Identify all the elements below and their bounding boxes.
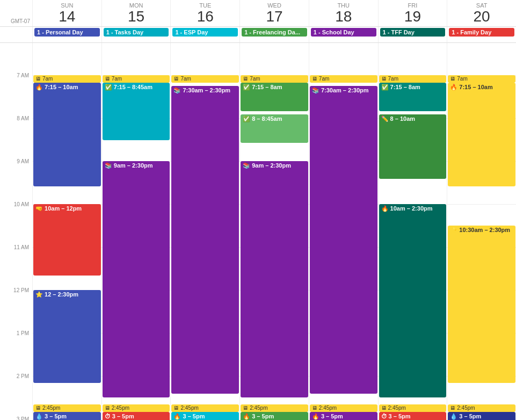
thu-7am-bar[interactable]: 🖥7am	[310, 75, 377, 83]
wed-245pm-bar[interactable]: 🖥2:45pm	[241, 404, 308, 412]
sun-7am-bar[interactable]: 🖥7am	[33, 75, 101, 83]
sun-245pm-bar[interactable]: 🖥2:45pm	[33, 404, 101, 412]
mon-7am-bar[interactable]: 🖥7am	[103, 75, 170, 83]
all-day-wed[interactable]: 1 - Freelancing Da...	[239, 27, 309, 42]
sun-event-10am-12pm[interactable]: 🤜 10am – 12pm	[33, 204, 101, 276]
day-header-fri: FRI 19	[378, 0, 447, 26]
sat-7am-bar[interactable]: 🖥7am	[448, 75, 515, 83]
all-day-sat[interactable]: 1 - Family Day	[447, 27, 516, 42]
thu-event-3-5pm[interactable]: 🔥 3 – 5pm	[310, 412, 377, 420]
all-day-fri[interactable]: 1 - TFF Day	[378, 27, 447, 42]
all-day-mon[interactable]: 1 - Tasks Day	[101, 27, 171, 42]
day-col-tue: 🖥7am 📚 7:30am – 2:30pm 🖥2:45pm 🔥 3 – 5pm…	[170, 43, 239, 420]
thu-245pm-bar[interactable]: 🖥2:45pm	[310, 404, 377, 412]
tue-event-3-5pm[interactable]: 🔥 3 – 5pm	[171, 412, 239, 420]
day-col-sun: 🖥7am 🔥 7:15 – 10am 🤜 10am – 12pm ⭐ 12 – …	[32, 43, 101, 420]
mon-event-9am-230pm[interactable]: 📚 9am – 2:30pm	[103, 161, 170, 397]
sat-event-1030am-230pm[interactable]: ⭐ 10:30am – 2:30pm	[448, 226, 515, 383]
all-day-tue[interactable]: 1 - ESP Day	[170, 27, 239, 42]
all-day-event-school-day[interactable]: 1 - School Day	[311, 28, 376, 37]
all-day-event-esp-day[interactable]: 1 - ESP Day	[172, 28, 238, 37]
all-day-thu[interactable]: 1 - School Day	[309, 27, 378, 42]
day-header-sat: SAT 20	[447, 0, 516, 26]
sun-event-3-5pm[interactable]: 💧 3 – 5pm	[33, 412, 101, 420]
days-grid: 🖥7am 🔥 7:15 – 10am 🤜 10am – 12pm ⭐ 12 – …	[32, 43, 516, 420]
calendar: GMT-07 SUN 14 MON 15 TUE 16 WED 17 THU 1…	[0, 0, 516, 420]
sat-245pm-bar[interactable]: 🖥2:45pm	[448, 404, 515, 412]
wed-event-8-845am[interactable]: ✅ 8 – 8:45am	[241, 114, 308, 143]
timezone-label: GMT-07	[0, 0, 32, 26]
fri-event-8-10am[interactable]: ✏️ 8 – 10am	[379, 114, 447, 179]
sat-event-715-10am[interactable]: 🔥 7:15 – 10am	[448, 83, 515, 186]
mon-event-715-845am[interactable]: ✅ 7:15 – 8:45am	[103, 83, 170, 140]
day-headers: GMT-07 SUN 14 MON 15 TUE 16 WED 17 THU 1…	[0, 0, 516, 27]
wed-7am-bar[interactable]: 🖥7am	[241, 75, 308, 83]
fri-event-715-8am[interactable]: ✅ 7:15 – 8am	[379, 83, 447, 111]
wed-event-715-8am[interactable]: ✅ 7:15 – 8am	[241, 83, 308, 111]
sat-event-3-5pm[interactable]: 💧 3 – 5pm	[448, 412, 515, 420]
fri-245pm-bar[interactable]: 🖥2:45pm	[379, 404, 447, 412]
day-header-tue: TUE 16	[170, 0, 239, 26]
day-header-sun: SUN 14	[32, 0, 101, 26]
fri-event-3-5pm[interactable]: ⏱ 3 – 5pm	[379, 412, 447, 420]
all-day-event-freelancing[interactable]: 1 - Freelancing Da...	[242, 28, 307, 37]
day-col-mon: 🖥7am ✅ 7:15 – 8:45am 📚 9am – 2:30pm 🖥2:4…	[101, 43, 171, 420]
sun-event-715-10am[interactable]: 🔥 7:15 – 10am	[33, 83, 101, 186]
fri-7am-bar[interactable]: 🖥7am	[379, 75, 447, 83]
day-header-wed: WED 17	[239, 0, 309, 26]
all-day-event-tasks-day[interactable]: 1 - Tasks Day	[104, 28, 169, 37]
tue-7am-bar[interactable]: 🖥7am	[171, 75, 239, 83]
time-column: 7 AM 8 AM 9 AM 10 AM 11 AM 12 PM 1 PM 2 …	[0, 43, 32, 420]
all-day-event-family-day[interactable]: 1 - Family Day	[449, 28, 514, 37]
day-col-wed: 🖥7am ✅ 7:15 – 8am ✅ 8 – 8:45am 📚 9am – 2…	[239, 43, 309, 420]
calendar-body: 7 AM 8 AM 9 AM 10 AM 11 AM 12 PM 1 PM 2 …	[0, 43, 516, 420]
sun-event-12-230pm[interactable]: ⭐ 12 – 2:30pm	[33, 290, 101, 383]
thu-event-730am-230pm[interactable]: 📚 7:30am – 2:30pm	[310, 86, 377, 394]
day-col-sat: 🖥7am 🔥 7:15 – 10am ⭐ 10:30am – 2:30pm 🖥2…	[447, 43, 516, 420]
fri-event-10am-230pm[interactable]: 🔥 10am – 2:30pm	[379, 204, 447, 397]
mon-245pm-bar[interactable]: 🖥2:45pm	[103, 404, 170, 412]
wed-event-3-5pm[interactable]: 🔥 3 – 5pm	[241, 412, 308, 420]
day-header-mon: MON 15	[101, 0, 171, 26]
all-day-event-tff-day[interactable]: 1 - TFF Day	[380, 28, 446, 37]
tue-245pm-bar[interactable]: 🖥2:45pm	[171, 404, 239, 412]
wed-event-9am-230pm[interactable]: 📚 9am – 2:30pm	[241, 161, 308, 397]
all-day-row: 1 - Personal Day 1 - Tasks Day 1 - ESP D…	[0, 27, 516, 43]
all-day-event-personal-day[interactable]: 1 - Personal Day	[34, 28, 100, 37]
day-col-thu: 🖥7am 📚 7:30am – 2:30pm 🖥2:45pm 🔥 3 – 5pm…	[309, 43, 378, 420]
all-day-sun[interactable]: 1 - Personal Day	[32, 27, 101, 42]
day-header-thu: THU 18	[309, 0, 378, 26]
mon-event-3-5pm[interactable]: ⏱ 3 – 5pm	[103, 412, 170, 420]
day-col-fri: 🖥7am ✅ 7:15 – 8am ✏️ 8 – 10am 🔥 10am – 2…	[378, 43, 447, 420]
tue-event-730am-230pm[interactable]: 📚 7:30am – 2:30pm	[171, 86, 239, 394]
